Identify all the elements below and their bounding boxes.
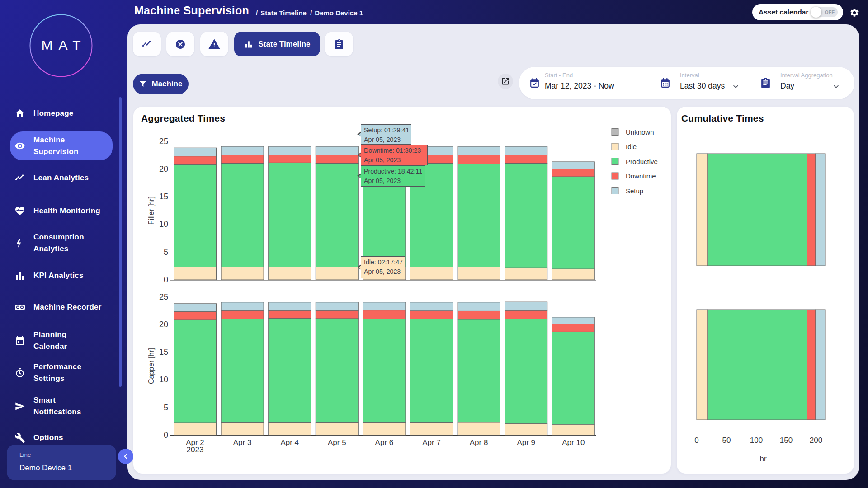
svg-text:25: 25	[159, 292, 168, 301]
svg-text:Apr 3: Apr 3	[233, 438, 252, 447]
svg-text:15: 15	[159, 347, 168, 357]
svg-text:Apr 9: Apr 9	[517, 438, 535, 447]
svg-text:25: 25	[159, 137, 168, 146]
svg-text:Filler [hr]: Filler [hr]	[147, 197, 155, 225]
svg-text:5: 5	[164, 403, 168, 412]
svg-text:0: 0	[164, 431, 168, 440]
svg-text:Apr 4: Apr 4	[280, 438, 299, 447]
svg-text:200: 200	[810, 436, 822, 445]
svg-text:Idle: Idle	[626, 143, 637, 150]
svg-text:20: 20	[159, 320, 168, 329]
svg-text:Downtime: Downtime	[626, 172, 656, 180]
svg-text:Apr 10: Apr 10	[562, 438, 585, 447]
svg-text:Unknown: Unknown	[626, 128, 654, 136]
svg-text:Setup: Setup	[626, 187, 643, 195]
svg-text:2023: 2023	[187, 446, 204, 454]
svg-text:150: 150	[780, 436, 793, 445]
svg-text:Apr 6: Apr 6	[375, 438, 394, 447]
svg-text:0: 0	[694, 436, 698, 445]
svg-text:15: 15	[159, 192, 168, 201]
svg-text:5: 5	[164, 248, 168, 257]
svg-text:Productive: Productive	[626, 158, 658, 165]
svg-text:0: 0	[164, 275, 168, 284]
svg-text:Capper [hr]: Capper [hr]	[147, 348, 155, 384]
svg-text:20: 20	[159, 164, 168, 174]
svg-text:100: 100	[750, 436, 763, 445]
svg-text:hr: hr	[760, 455, 766, 463]
svg-text:Apr 5: Apr 5	[328, 438, 346, 447]
svg-text:10: 10	[159, 220, 168, 229]
svg-text:10: 10	[159, 375, 168, 384]
svg-text:50: 50	[722, 436, 731, 445]
svg-text:Apr 7: Apr 7	[422, 438, 441, 447]
svg-text:Apr 8: Apr 8	[470, 438, 488, 447]
